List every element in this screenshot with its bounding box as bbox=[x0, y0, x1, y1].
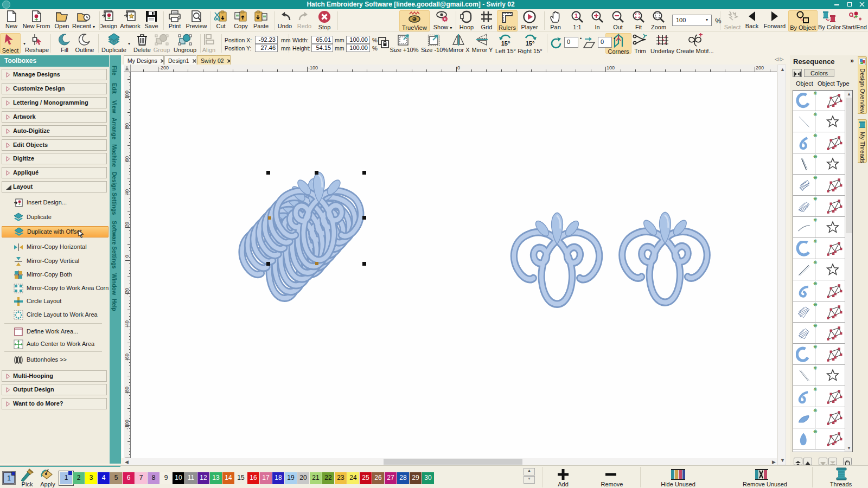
svg-text:15°: 15° bbox=[501, 40, 510, 47]
svg-text:1: 1 bbox=[575, 12, 578, 19]
svg-text:15°: 15° bbox=[526, 40, 535, 47]
